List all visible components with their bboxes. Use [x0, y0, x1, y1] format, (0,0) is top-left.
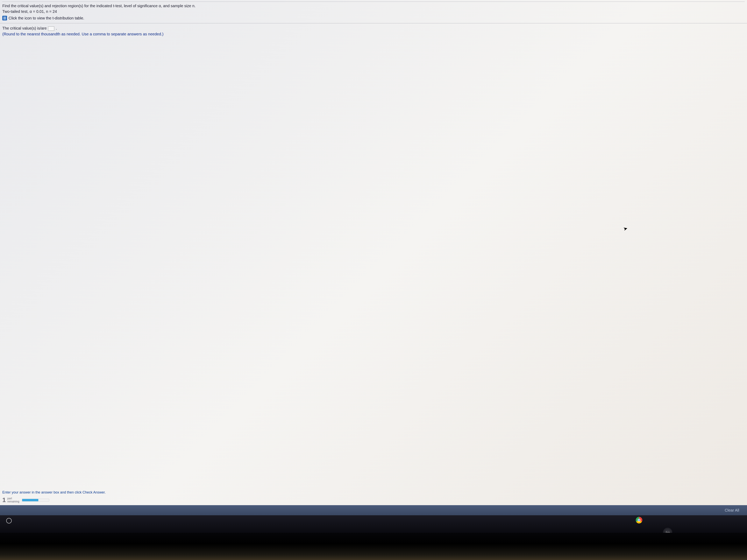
mouse-cursor-icon: ➤ — [622, 225, 628, 232]
t-distribution-table-icon[interactable] — [2, 16, 7, 20]
parts-remaining-number: 1 — [2, 497, 6, 504]
prompt-prefix: The critical value(s) is/are — [2, 26, 48, 30]
answer-prompt-row: The critical value(s) is/are . — [2, 26, 745, 31]
cortana-icon[interactable] — [6, 518, 12, 524]
bottom-info-section: Enter your answer in the answer box and … — [0, 490, 747, 505]
clear-all-button[interactable]: Clear All — [725, 508, 739, 512]
action-bar: Clear All — [0, 505, 747, 515]
windows-taskbar[interactable]: hp — [0, 515, 747, 533]
progress-bar — [22, 499, 49, 502]
question-panel: Find the critical value(s) and rejection… — [0, 0, 747, 490]
question-text-line1: Find the critical value(s) and rejection… — [2, 4, 745, 8]
critical-value-input[interactable] — [48, 26, 54, 31]
prompt-suffix: . — [56, 26, 57, 30]
remaining-word: remaining — [7, 500, 19, 503]
chrome-icon[interactable] — [636, 517, 642, 524]
enter-answer-instruction: Enter your answer in the answer box and … — [2, 490, 745, 495]
question-text-line2: Two-tailed test, α = 0.01, n = 24 — [2, 9, 745, 14]
parts-word: part — [7, 497, 19, 500]
rounding-hint: (Round to the nearest thousandth as need… — [2, 32, 745, 36]
progress-fill — [22, 499, 38, 501]
laptop-bezel — [0, 533, 747, 560]
icon-label-text: Click the icon to view the t-distributio… — [8, 16, 84, 20]
